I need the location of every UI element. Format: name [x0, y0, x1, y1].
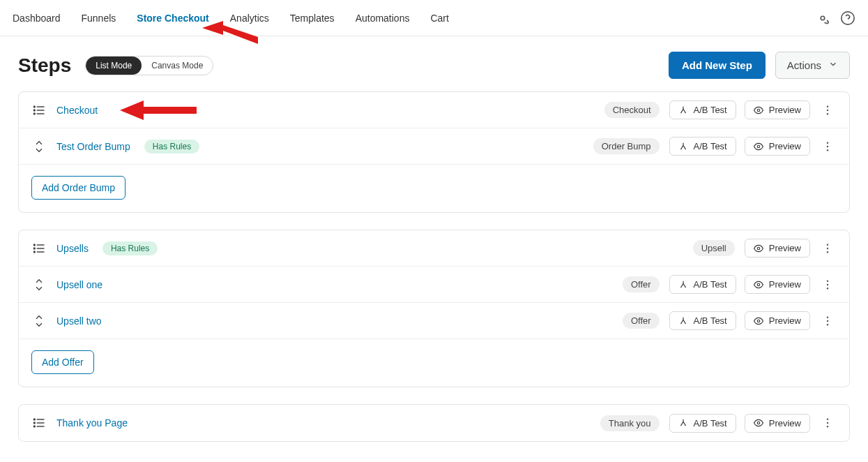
abtest-label: A/B Test [694, 141, 727, 151]
step-link-test-order-bump[interactable]: Test Order Bump [56, 141, 130, 152]
tag-offer: Offer [623, 313, 660, 329]
svg-marker-14 [120, 100, 197, 120]
list-icon[interactable] [31, 416, 47, 430]
row-upsell-two: Upsell two Offer A/B Test Preview [19, 303, 849, 339]
preview-button[interactable]: Preview [745, 100, 810, 119]
actions-button[interactable]: Actions [775, 52, 850, 79]
abtest-button[interactable]: A/B Test [669, 311, 736, 330]
svg-point-12 [827, 109, 828, 110]
preview-label: Preview [769, 418, 801, 429]
nav-funnels[interactable]: Funnels [82, 13, 116, 24]
more-icon[interactable] [818, 140, 837, 153]
svg-point-15 [757, 145, 760, 148]
step-link-thankyou[interactable]: Thank you Page [56, 417, 128, 429]
list-icon[interactable] [31, 103, 47, 117]
add-order-bump-button[interactable]: Add Order Bump [31, 176, 125, 200]
step-link-checkout[interactable]: Checkout [56, 105, 98, 116]
svg-point-31 [827, 283, 828, 285]
tag-checkout: Checkout [604, 102, 660, 118]
reorder-icon[interactable] [31, 277, 47, 292]
svg-point-34 [827, 316, 828, 318]
eye-icon [754, 142, 763, 151]
preview-button[interactable]: Preview [745, 311, 810, 330]
list-icon[interactable] [31, 241, 47, 255]
svg-point-22 [34, 244, 36, 246]
svg-point-32 [827, 288, 828, 289]
row-test-order-bump: Test Order Bump Has Rules Order Bump A/B… [19, 128, 849, 165]
preview-label: Preview [769, 315, 801, 326]
step-link-upsell-one[interactable]: Upsell one [56, 279, 102, 290]
svg-point-29 [757, 283, 760, 286]
svg-point-40 [34, 419, 36, 420]
svg-point-11 [827, 105, 828, 107]
has-rules-badge: Has Rules [144, 140, 199, 154]
nav-dashboard[interactable]: Dashboard [13, 13, 61, 24]
reorder-icon[interactable] [31, 139, 47, 154]
more-icon[interactable] [818, 104, 837, 117]
eye-icon [754, 105, 763, 115]
reorder-icon[interactable] [31, 313, 47, 329]
card-checkout: Checkout Checkout A/B Test Preview [18, 91, 850, 213]
eye-icon [754, 418, 763, 428]
nav-store-checkout[interactable]: Store Checkout [137, 13, 208, 24]
preview-button[interactable]: Preview [745, 414, 810, 433]
preview-button[interactable]: Preview [745, 137, 810, 156]
more-icon[interactable] [818, 315, 837, 327]
help-icon[interactable] [840, 10, 855, 26]
gear-icon[interactable] [815, 10, 830, 26]
row-upsells: Upsells Has Rules Upsell Preview [19, 230, 849, 267]
svg-point-30 [827, 280, 828, 281]
add-new-step-button[interactable]: Add New Step [669, 52, 766, 79]
svg-point-7 [34, 106, 36, 107]
more-icon[interactable] [818, 242, 837, 255]
more-icon[interactable] [818, 278, 837, 291]
annotation-arrow-icon [120, 99, 197, 121]
has-rules-badge: Has Rules [102, 241, 158, 255]
svg-point-44 [827, 419, 828, 420]
abtest-button[interactable]: A/B Test [669, 414, 736, 433]
chevron-down-icon [828, 59, 838, 71]
row-add-order-bump: Add Order Bump [19, 165, 849, 212]
svg-point-35 [827, 320, 828, 321]
nav-templates[interactable]: Templates [290, 13, 335, 24]
svg-point-13 [827, 113, 828, 114]
preview-button[interactable]: Preview [745, 239, 810, 258]
tag-thankyou: Thank you [600, 415, 660, 431]
card-thankyou: Thank you Page Thank you A/B Test Previe… [18, 404, 850, 442]
mode-list[interactable]: List Mode [86, 57, 142, 75]
actions-label: Actions [787, 59, 821, 71]
svg-point-24 [34, 251, 36, 253]
svg-point-28 [827, 251, 828, 253]
svg-point-27 [827, 247, 828, 248]
abtest-label: A/B Test [694, 279, 727, 290]
svg-point-25 [757, 247, 760, 250]
svg-point-36 [827, 324, 828, 325]
abtest-icon [678, 316, 688, 326]
step-link-upsells[interactable]: Upsells [56, 243, 89, 254]
svg-point-18 [827, 149, 828, 151]
svg-point-26 [827, 244, 828, 245]
more-icon[interactable] [818, 417, 837, 429]
annotation-arrow-icon [202, 21, 258, 49]
nav-cart[interactable]: Cart [430, 13, 448, 24]
add-offer-button[interactable]: Add Offer [31, 350, 94, 374]
svg-point-10 [757, 109, 760, 112]
svg-point-17 [827, 145, 828, 147]
abtest-button[interactable]: A/B Test [669, 100, 736, 119]
abtest-button[interactable]: A/B Test [669, 137, 736, 156]
row-thankyou: Thank you Page Thank you A/B Test Previe… [19, 405, 849, 441]
mode-toggle: List Mode Canvas Mode [85, 56, 213, 75]
preview-button[interactable]: Preview [745, 275, 810, 294]
step-link-upsell-two[interactable]: Upsell two [56, 315, 102, 327]
page-header: Steps List Mode Canvas Mode Add New Step… [18, 52, 850, 79]
mode-canvas[interactable]: Canvas Mode [142, 57, 213, 75]
preview-label: Preview [769, 141, 801, 151]
abtest-button[interactable]: A/B Test [669, 275, 736, 294]
eye-icon [754, 244, 763, 253]
svg-point-1 [842, 11, 854, 24]
svg-point-16 [827, 142, 828, 143]
eye-icon [754, 316, 763, 326]
svg-point-8 [34, 110, 36, 111]
nav-automations[interactable]: Automations [356, 13, 410, 24]
svg-marker-3 [202, 21, 258, 44]
